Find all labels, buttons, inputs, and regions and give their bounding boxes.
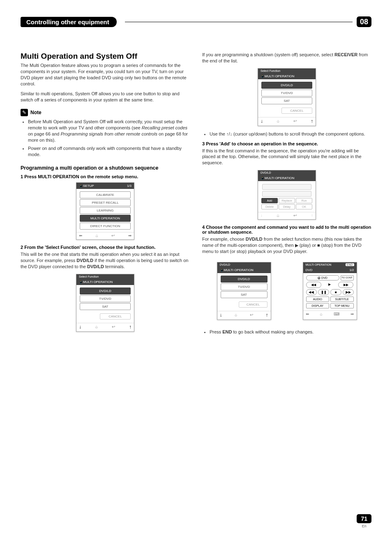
- select-function-screen-right: Select Function 📱MULTI OPERATION DVD/LD …: [258, 68, 316, 126]
- page-number-block: 71 En: [357, 514, 371, 528]
- header-divider: [125, 22, 353, 22]
- cancel-button[interactable]: CANCEL: [100, 313, 131, 320]
- dvdA-title: MULTI OPERATION: [224, 268, 254, 272]
- step-3-paragraph: If this is the first command in the sequ…: [202, 148, 371, 166]
- page-lang: En: [357, 524, 371, 528]
- keyboard-icon: ⌨: [334, 312, 339, 316]
- stop-button[interactable]: ■: [330, 289, 341, 295]
- chapter-title: Controlling other equipment: [21, 17, 117, 27]
- arrow-right-icon: ➡: [128, 233, 131, 238]
- setup-screen: 📱SETUP 1/3 CALIBRATE PRESET RECALL LEARN…: [76, 182, 134, 240]
- return-icon: ↩: [250, 313, 253, 317]
- dvd-select-screen: DVD/LD 📱MULTI OPERATION DVD/LD TV/DVD SA…: [217, 262, 271, 320]
- dvdA-sub: DVD/LD: [217, 262, 271, 267]
- scan-back-button[interactable]: ◀◀|: [306, 289, 317, 295]
- pencil-icon: ✎: [21, 109, 28, 116]
- home-icon: ⌂: [320, 312, 323, 316]
- sf-tv-dvd[interactable]: TV/DVD: [80, 295, 131, 302]
- delay-button[interactable]: Delay: [279, 204, 295, 209]
- dvdA-tv-dvd[interactable]: TV/DVD: [221, 283, 267, 290]
- right-column: If you are programming a shutdown (syste…: [202, 52, 371, 339]
- replace-button[interactable]: Replace: [279, 198, 295, 203]
- dvdB-page: 1/2: [349, 268, 354, 272]
- pause-button[interactable]: ❚❚: [318, 289, 329, 295]
- menu-learning[interactable]: LEARNING: [80, 207, 131, 214]
- arrow-left-icon: ⬅: [79, 233, 82, 238]
- step-1: 1 Press MULTI OPERATION on the remote se…: [21, 174, 190, 179]
- sf-dvd-ld-r[interactable]: DVD/LD: [261, 82, 312, 89]
- subsection-heading: Programming a multi operation or a shutd…: [21, 165, 190, 171]
- prev-button[interactable]: ◀◀: [306, 282, 321, 288]
- dvd-control-screen: MULTI OPERATION END DVD 1/2 ⏻ DVD TV CON…: [303, 262, 357, 320]
- arrow-up-icon: ↑: [311, 118, 313, 124]
- arrow-down-icon: ↓: [220, 312, 222, 318]
- arrow-down-icon: ↓: [261, 118, 263, 124]
- arrow-right-icon: ➡: [350, 312, 354, 316]
- arrow-down-icon: ↓: [79, 324, 81, 330]
- home-icon: ⌂: [235, 313, 237, 317]
- sf-sat[interactable]: SAT: [80, 303, 131, 310]
- run-button[interactable]: Run: [296, 198, 312, 203]
- arrow-down-icon: ↓: [261, 213, 263, 218]
- delete-button[interactable]: Delete: [261, 204, 278, 209]
- play-button[interactable]: ▶: [323, 282, 337, 288]
- menu-direct-function[interactable]: DIRECT FUNCTION: [80, 223, 131, 230]
- sf-sat-r[interactable]: SAT: [261, 97, 312, 104]
- end-bullet: Press END to go back without making any …: [202, 329, 371, 335]
- step-3: 3 Press 'Add' to choose an operation in …: [202, 141, 371, 146]
- return-icon: ↩: [111, 233, 115, 238]
- return-icon: ↩: [112, 324, 115, 329]
- display-button[interactable]: DISPLAY: [306, 303, 330, 308]
- dvdA-cancel[interactable]: CANCEL: [239, 301, 267, 308]
- end-badge[interactable]: END: [346, 263, 354, 266]
- audio-button[interactable]: AUDIO: [306, 297, 330, 302]
- arrow-up-icon: ↑: [311, 213, 313, 218]
- chapter-number: 08: [357, 16, 371, 27]
- dvdA-dvd-ld[interactable]: DVD/LD: [221, 276, 267, 283]
- tv-cont-button[interactable]: TV CONT: [341, 275, 354, 280]
- next-button[interactable]: ▶▶: [338, 282, 353, 288]
- subtitle-button[interactable]: SUBTITLE: [330, 297, 354, 302]
- sf-dvd-ld[interactable]: DVD/LD: [80, 287, 131, 294]
- cancel-button-r[interactable]: CANCEL: [281, 108, 312, 114]
- dvd-power-button[interactable]: ⏻ DVD: [306, 275, 339, 280]
- add-button[interactable]: Add: [261, 198, 278, 203]
- sf-title: MULTI OPERATION: [83, 280, 113, 284]
- menu-preset-recall[interactable]: PRESET RECALL: [80, 199, 131, 206]
- arrow-left-icon: ⬅: [306, 312, 309, 316]
- setup-title: 📱SETUP: [79, 184, 94, 188]
- note-list: Before Multi Operation and System Off wi…: [21, 119, 190, 158]
- dvdB-title: DVD: [306, 268, 313, 272]
- menu-calibrate[interactable]: CALIBRATE: [80, 191, 131, 198]
- arrow-up-icon: ↑: [265, 312, 268, 318]
- return-icon: ↩: [293, 213, 297, 218]
- select-function-screen-left: Select Function 📱MULTI OPERATION DVD/LD …: [76, 274, 134, 332]
- dvdA-sat[interactable]: SAT: [221, 291, 267, 298]
- intro-paragraph-1: The Multi Operation feature allows you t…: [21, 62, 190, 87]
- cursor-bullet-item: Use the ↑/↓ (cursor up/down) buttons to …: [210, 131, 371, 137]
- multi-operation-add-screen: DVD/LD 📱MULTI OPERATION Add Replace Run …: [258, 170, 316, 220]
- intro-paragraph-2: Similar to multi operations, System Off …: [21, 91, 190, 103]
- menu-multi-operation[interactable]: MULTI OPERATION: [80, 215, 131, 222]
- dvdB-topleft: MULTI OPERATION: [306, 263, 332, 266]
- step-4-paragraph: For example, choose DVD/LD from the sele…: [202, 236, 371, 255]
- sf-title-r: MULTI OPERATION: [265, 74, 294, 78]
- note-item-1: Before Multi Operation and System Off wi…: [28, 119, 190, 143]
- page-number: 71: [357, 514, 371, 523]
- home-icon: ⌂: [277, 213, 279, 218]
- top-menu-button[interactable]: TOP MENU: [330, 303, 354, 308]
- ok-button[interactable]: OK: [296, 204, 312, 209]
- left-column: Multi Operation and System Off The Multi…: [21, 52, 190, 339]
- arrow-up-icon: ↑: [129, 324, 131, 330]
- sequence-slot-1: [262, 184, 311, 190]
- mo-sub: DVD/LD: [258, 170, 316, 175]
- note-label: Note: [30, 110, 42, 115]
- right-paragraph-1: If you are programming a shutdown (syste…: [202, 52, 371, 64]
- step-2: 2 From the 'Select Function' screen, cho…: [21, 245, 190, 250]
- sf-tv-dvd-r[interactable]: TV/DVD: [261, 90, 312, 97]
- home-icon: ⌂: [96, 233, 98, 238]
- scan-fwd-button[interactable]: |▶▶: [343, 289, 354, 295]
- sequence-slot-2: [262, 191, 311, 197]
- return-icon: ↩: [293, 119, 297, 123]
- cursor-bullet: Use the ↑/↓ (cursor up/down) buttons to …: [202, 131, 371, 137]
